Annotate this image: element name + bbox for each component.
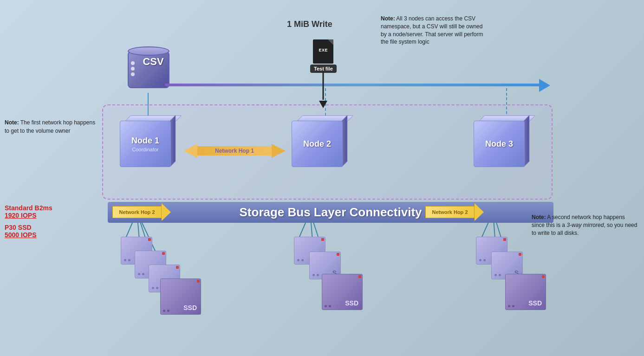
dot-1 xyxy=(131,61,135,65)
hop1-label: Network Hop 1 xyxy=(197,146,272,155)
s-disk-corner xyxy=(321,238,324,241)
write-label: 1 MiB Write xyxy=(287,19,332,29)
hop2-left-arrowhead xyxy=(162,203,171,221)
file-arrow-down xyxy=(319,101,327,108)
dot-3 xyxy=(131,72,135,76)
ssd-label-1: SSD xyxy=(183,304,197,311)
ssd-corner xyxy=(358,275,361,278)
ssd-disk-2: SSD xyxy=(322,274,363,310)
note-bottom-right: Note: A second network hop happens since… xyxy=(532,214,638,237)
node-2-label: Node 2 xyxy=(303,139,331,149)
cylinder-dots xyxy=(131,61,135,78)
hop2-left-label: Network Hop 2 xyxy=(112,206,162,218)
note-left: Note: The first network hop happens to g… xyxy=(5,118,98,135)
ssd-corner xyxy=(197,280,200,283)
hop1-arrow: Network Hop 1 xyxy=(183,144,286,158)
node-1-cube-front: Node 1 Coordinator xyxy=(120,121,171,167)
hop2-right-arrow: Network Hop 2 xyxy=(423,203,484,221)
csv-label: CSV xyxy=(138,56,169,68)
perf-standard-iops: 1920 IOPS xyxy=(5,212,52,219)
note-top-right: Note: All 3 nodes can access the CSV nam… xyxy=(381,15,488,46)
node-2-cube: Node 2 xyxy=(287,111,347,172)
file-line-down xyxy=(323,72,324,100)
node-2-cube-front: Node 2 xyxy=(292,121,343,167)
file-icon-body: EXE xyxy=(313,39,333,64)
diagram-container: Note: All 3 nodes can access the CSV nam… xyxy=(0,0,644,356)
ssd-corner xyxy=(542,275,545,278)
note-left-bold: Note: xyxy=(5,119,19,126)
s-disk-corner xyxy=(162,252,165,255)
node-1-cube: Node 1 Coordinator xyxy=(115,111,176,172)
hop2-left-arrow: Network Hop 2 xyxy=(111,203,171,221)
perf-standard-label: Standard B2ms xyxy=(5,204,52,212)
perf-labels: Standard B2ms 1920 IOPS P30 SSD 5000 IOP… xyxy=(5,204,52,239)
node-3-label: Node 3 xyxy=(485,139,513,149)
note-top-right-text: All 3 nodes can access the CSV namespace… xyxy=(381,15,483,45)
s-disk-corner xyxy=(148,238,151,241)
note-br-italic: 3-way mirrored xyxy=(566,222,604,228)
csv-cylinder: CSV xyxy=(128,46,169,88)
cylinder-body: CSV xyxy=(128,51,169,88)
dot-2 xyxy=(131,67,135,71)
ssd-disk-1: SSD xyxy=(160,278,201,315)
ssd-label-3: SSD xyxy=(528,299,542,307)
ssd-label-2: SSD xyxy=(345,299,358,307)
storage-bus: Storage Bus Layer Connectivity xyxy=(108,202,553,223)
test-file-icon: EXE Test file xyxy=(310,39,337,73)
storage-bus-label: Storage Bus Layer Connectivity xyxy=(240,205,422,220)
note-top-right-bold: Note: xyxy=(381,15,395,22)
top-arrow-line xyxy=(165,84,546,86)
top-arrow-head xyxy=(539,79,550,92)
node-3-cube: Node 3 xyxy=(469,111,529,172)
node-1-sub: Coordinator xyxy=(132,147,158,152)
hop2-right-label: Network Hop 2 xyxy=(425,206,475,218)
perf-p30-label: P30 SSD xyxy=(5,224,52,231)
s-disk-corner xyxy=(176,266,179,269)
s-disk-corner xyxy=(503,238,506,241)
s-disk-corner xyxy=(519,253,521,256)
file-exe-label: EXE xyxy=(313,39,333,52)
node-3-cube-front: Node 3 xyxy=(474,121,525,167)
cylinder-top xyxy=(128,46,169,56)
hop1-arrowhead-right xyxy=(272,144,286,158)
hop2-right-arrowhead xyxy=(475,203,484,221)
s-disk-corner xyxy=(337,253,339,256)
ssd-disk-3: SSD xyxy=(505,274,546,310)
node-1-label: Node 1 xyxy=(131,136,159,146)
note-br-bold: Note: xyxy=(532,214,546,220)
perf-p30-iops: 5000 IOPS xyxy=(5,231,52,239)
top-arrow xyxy=(165,78,550,92)
hop1-arrowhead-left xyxy=(183,144,197,158)
